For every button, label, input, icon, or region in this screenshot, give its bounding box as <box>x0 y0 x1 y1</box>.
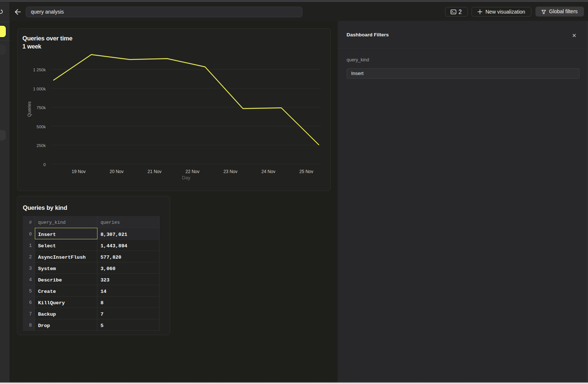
svg-text:Day: Day <box>182 175 191 180</box>
svg-text:1 000k: 1 000k <box>33 87 46 91</box>
svg-text:20 Nov: 20 Nov <box>110 169 123 174</box>
svg-text:500k: 500k <box>37 125 46 129</box>
svg-text:25 Nov: 25 Nov <box>299 169 313 174</box>
svg-text:750k: 750k <box>37 105 46 110</box>
svg-text:21 Nov: 21 Nov <box>147 169 161 174</box>
svg-text:22 Nov: 22 Nov <box>186 169 200 174</box>
svg-text:0: 0 <box>43 162 46 167</box>
svg-text:24 Nov: 24 Nov <box>261 169 275 174</box>
svg-text:23 Nov: 23 Nov <box>223 169 237 174</box>
svg-text:250k: 250k <box>37 143 46 148</box>
svg-text:Queries: Queries <box>27 101 32 117</box>
svg-text:1 250k: 1 250k <box>33 68 46 72</box>
svg-text:19 Nov: 19 Nov <box>72 169 86 174</box>
